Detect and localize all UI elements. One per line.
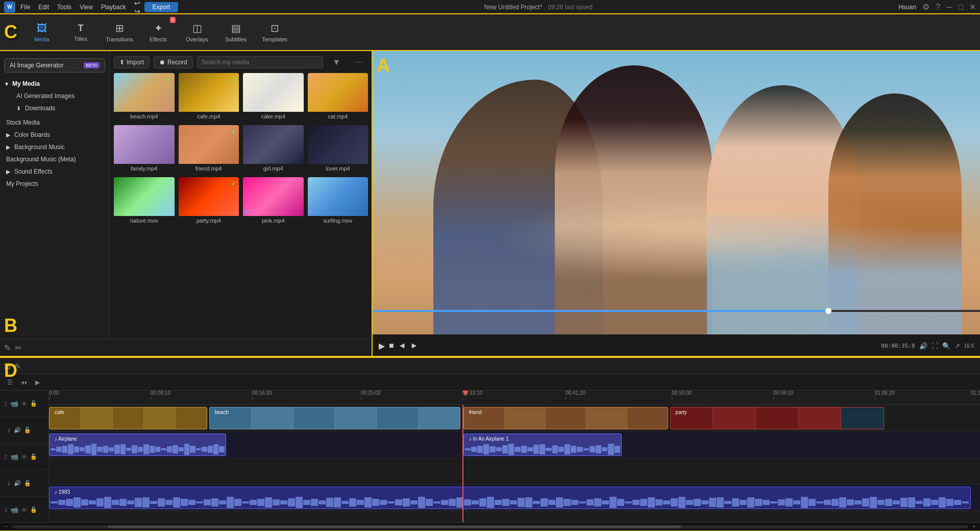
export-button[interactable]: Export [144, 2, 179, 12]
undo-button[interactable]: ↩ [134, 0, 140, 7]
ruler-tick [875, 397, 875, 400]
clip-1983[interactable]: ♪ 1983 [49, 487, 971, 509]
aspect-ratio-button[interactable]: 16:9 [964, 343, 974, 349]
redo-button[interactable]: ↪ [134, 7, 140, 15]
timeline-tracks-area[interactable]: 0:00 00:08:10 00:16:20 00:25:00 [49, 391, 980, 522]
media-item-cat-mp4[interactable]: cat.mp4 [308, 73, 369, 121]
clip-airplane[interactable]: ♪ Airplane [49, 433, 226, 456]
menu-edit[interactable]: Edit [38, 4, 49, 11]
volume-icon[interactable]: 🔊 [919, 342, 927, 350]
track-2-lock-toggle[interactable]: 🔓 [30, 453, 37, 460]
scroll-thumb[interactable] [108, 525, 681, 528]
media-item-party-mp4[interactable]: ✓party.mp4 [179, 177, 239, 225]
timeline-scrollbar[interactable]: − + [0, 522, 980, 530]
track-2-visibility-toggle[interactable]: 👁 [21, 454, 27, 460]
sidebar-item-my-projects[interactable]: My Projects [0, 178, 109, 190]
zoom-in-icon[interactable]: + [972, 523, 976, 530]
add-media-button[interactable]: ✎ [4, 343, 11, 353]
track-2a-lock[interactable]: 🔓 [24, 480, 31, 487]
more-options-button[interactable]: ⋯ [350, 55, 368, 69]
track-1a-volume[interactable]: 🔊 [14, 427, 21, 433]
media-item-cake-mp4[interactable]: cake.mp4 [243, 73, 304, 121]
export-preview-icon[interactable]: ↗ [954, 342, 960, 350]
media-search-input[interactable] [197, 56, 323, 68]
toolbar-item-subtitles[interactable]: ▤ Subtitles [217, 16, 254, 49]
media-item-friend-mp4[interactable]: ✓friend.mp4 [179, 125, 239, 173]
media-name-3: cat.mp4 [308, 112, 369, 121]
media-item-girl-mp4[interactable]: girl.mp4 [243, 125, 304, 173]
media-item-nature-mov[interactable]: nature.mov [114, 177, 175, 225]
toolbar-item-effects[interactable]: 5 ✦ Effects [140, 16, 177, 49]
sidebar-item-color-boards[interactable]: ▶ Color Boards [0, 129, 109, 141]
ruler-mark-8: 01:06:20 [875, 391, 895, 400]
close-icon[interactable]: ✕ [969, 2, 976, 12]
media-item-family-mp4[interactable]: family.mp4 [114, 125, 175, 173]
track-3-video[interactable] [49, 511, 980, 522]
menu-view[interactable]: View [80, 4, 93, 11]
track-1-lock-toggle[interactable]: 🔓 [30, 400, 37, 407]
media-item-pink-mp4[interactable]: ▶pink.mp4 [243, 177, 304, 225]
track-1a-lock[interactable]: 🔓 [24, 427, 31, 433]
minimize-icon[interactable]: ─ [946, 3, 952, 12]
timeline-edit-icon[interactable]: ✎ [15, 362, 21, 370]
media-check-icon-0: ✓ [166, 75, 173, 83]
settings-icon[interactable]: ⚙ [922, 2, 929, 12]
help-icon[interactable]: ? [936, 3, 940, 12]
clip-friend[interactable]: friend [463, 407, 668, 429]
edit-button[interactable]: ✂ [15, 343, 21, 353]
maximize-icon[interactable]: □ [958, 3, 963, 12]
sidebar-item-bg-music[interactable]: ▶ Background Music [0, 141, 109, 153]
track-2-audio[interactable]: ♪ 1983 [49, 485, 980, 511]
toolbar-item-overlays[interactable]: ◫ Overlays [179, 16, 215, 49]
track-2-video[interactable] [49, 458, 980, 485]
media-item-cafe-mp4[interactable]: ✓cafe.mp4 [179, 73, 239, 121]
clip-airplane-2[interactable]: ♪ In An Airplane 1 [463, 433, 622, 456]
track-1-video[interactable]: cafe beach [49, 405, 980, 431]
media-name-1: cafe.mp4 [179, 112, 239, 121]
sidebar-item-ai-images[interactable]: AI Generated Images [10, 90, 109, 102]
ai-generator-button[interactable]: AI Image Generator BETA [4, 58, 105, 73]
zoom-out-icon[interactable]: − [4, 523, 8, 530]
sidebar: AI Image Generator BETA ▼ My Media AI Ge… [0, 51, 110, 339]
clip-cafe[interactable]: cafe [49, 407, 207, 429]
timeline-play-button[interactable]: ⏮ [18, 378, 30, 387]
clip-beach[interactable]: beach [209, 407, 460, 429]
media-item-lover-mp4[interactable]: lover.mp4 [308, 125, 369, 173]
track-1-audio[interactable]: ♪ Airplane ♪ In An Airplane 1 [49, 431, 980, 458]
timeline-grid-icon[interactable]: ⊞ [4, 361, 11, 371]
track-3-lock-toggle[interactable]: 🔓 [30, 506, 37, 513]
progress-bar[interactable] [373, 310, 980, 312]
menu-tools[interactable]: Tools [57, 4, 71, 11]
sidebar-item-bg-music-meta[interactable]: Background Music (Meta) [0, 153, 109, 165]
menu-file[interactable]: File [20, 4, 30, 11]
play-button[interactable]: ▶ [379, 341, 385, 351]
progress-thumb[interactable] [825, 308, 831, 314]
scroll-track[interactable] [12, 525, 968, 528]
fullscreen-icon[interactable]: ⛶ [932, 342, 938, 350]
toolbar-item-templates[interactable]: ⊡ Templates [256, 16, 293, 49]
toolbar-item-media[interactable]: 🖼 Media [23, 16, 60, 49]
track-2a-volume[interactable]: 🔊 [14, 480, 21, 487]
timeline-toggle-button[interactable]: ☰ [4, 378, 16, 387]
media-item-surfing-mov[interactable]: ▶surfing.mov [308, 177, 369, 225]
stop-button[interactable]: ■ [389, 341, 394, 350]
timeline-playpause-button[interactable]: ▶ [32, 378, 43, 387]
prev-frame-button[interactable]: ◄ [398, 341, 406, 350]
sidebar-item-downloads[interactable]: ⬇ Downloads [10, 102, 109, 114]
menu-playback[interactable]: Playback [101, 4, 126, 11]
preview-area[interactable] [373, 51, 980, 334]
filter-button[interactable]: ▼ [327, 56, 346, 69]
toolbar-item-titles[interactable]: T Titles [62, 16, 99, 49]
sidebar-my-media[interactable]: ▼ My Media [0, 78, 109, 90]
sidebar-item-stock-media[interactable]: Stock Media [0, 116, 109, 129]
zoom-icon[interactable]: 🔍 [942, 342, 950, 350]
media-item-beach-mp4[interactable]: ✓beach.mp4 [114, 73, 175, 121]
toolbar-item-transitions[interactable]: ⊞ Transitions [101, 16, 138, 49]
record-button[interactable]: ⏺ Record [154, 56, 193, 68]
clip-party[interactable]: party [670, 407, 885, 429]
track-3-visibility-toggle[interactable]: 👁 [21, 507, 27, 513]
track-1-visibility-toggle[interactable]: 👁 [21, 401, 27, 407]
sidebar-item-sound-effects[interactable]: ▶ Sound Effects [0, 165, 109, 178]
import-button[interactable]: ⬆ Import [114, 56, 150, 68]
next-frame-button[interactable]: ► [410, 341, 419, 350]
